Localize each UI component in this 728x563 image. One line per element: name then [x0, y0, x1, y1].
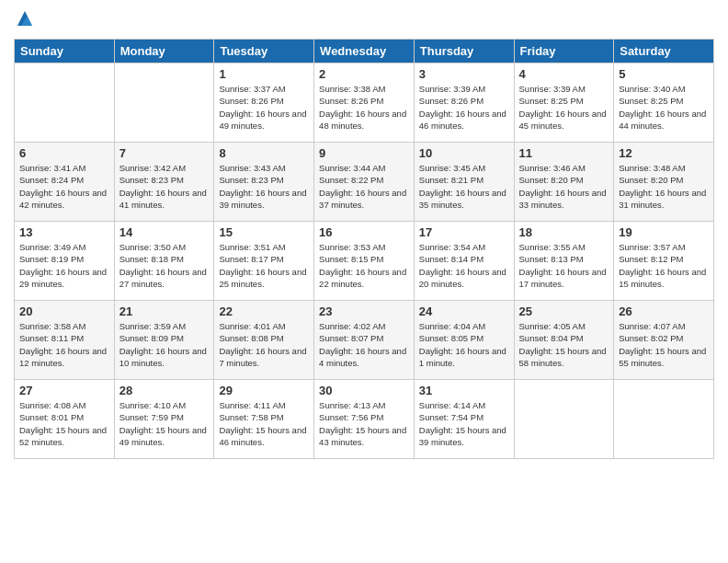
day-cell: 25Sunrise: 4:05 AMSunset: 8:04 PMDayligh…	[514, 301, 614, 380]
weekday-header-row: SundayMondayTuesdayWednesdayThursdayFrid…	[15, 40, 714, 63]
day-info: Sunrise: 3:59 AMSunset: 8:09 PMDaylight:…	[119, 320, 210, 369]
week-row-1: 1Sunrise: 3:37 AMSunset: 8:26 PMDaylight…	[15, 63, 714, 143]
day-number: 25	[519, 304, 609, 318]
day-cell: 1Sunrise: 3:37 AMSunset: 8:26 PMDaylight…	[214, 63, 314, 143]
day-cell: 5Sunrise: 3:40 AMSunset: 8:25 PMDaylight…	[614, 63, 714, 143]
day-number: 18	[519, 225, 609, 239]
day-number: 10	[419, 146, 509, 160]
day-number: 13	[19, 225, 109, 239]
day-info: Sunrise: 4:02 AMSunset: 8:07 PMDaylight:…	[319, 320, 409, 369]
day-number: 7	[119, 146, 210, 160]
day-number: 9	[319, 146, 409, 160]
day-number: 26	[619, 304, 709, 318]
day-info: Sunrise: 3:42 AMSunset: 8:23 PMDaylight:…	[119, 162, 210, 211]
day-cell: 31Sunrise: 4:14 AMSunset: 7:54 PMDayligh…	[414, 380, 514, 459]
day-number: 16	[319, 225, 409, 239]
day-cell: 29Sunrise: 4:11 AMSunset: 7:58 PMDayligh…	[214, 380, 314, 459]
logo	[14, 9, 38, 31]
day-info: Sunrise: 4:11 AMSunset: 7:58 PMDaylight:…	[219, 399, 309, 448]
day-cell: 21Sunrise: 3:59 AMSunset: 8:09 PMDayligh…	[114, 301, 214, 380]
day-info: Sunrise: 4:14 AMSunset: 7:54 PMDaylight:…	[419, 399, 509, 448]
day-cell: 14Sunrise: 3:50 AMSunset: 8:18 PMDayligh…	[114, 222, 214, 301]
day-cell: 30Sunrise: 4:13 AMSunset: 7:56 PMDayligh…	[314, 380, 415, 459]
day-info: Sunrise: 3:45 AMSunset: 8:21 PMDaylight:…	[419, 162, 509, 211]
day-cell: 24Sunrise: 4:04 AMSunset: 8:05 PMDayligh…	[414, 301, 514, 380]
day-cell: 27Sunrise: 4:08 AMSunset: 8:01 PMDayligh…	[15, 380, 115, 459]
day-info: Sunrise: 3:48 AMSunset: 8:20 PMDaylight:…	[619, 162, 709, 211]
day-cell	[15, 63, 115, 143]
day-number: 14	[119, 225, 210, 239]
day-info: Sunrise: 3:39 AMSunset: 8:25 PMDaylight:…	[519, 83, 609, 132]
week-row-3: 13Sunrise: 3:49 AMSunset: 8:19 PMDayligh…	[15, 222, 714, 301]
day-cell: 20Sunrise: 3:58 AMSunset: 8:11 PMDayligh…	[15, 301, 115, 380]
day-number: 27	[19, 384, 109, 397]
page: SundayMondayTuesdayWednesdayThursdayFrid…	[0, 0, 728, 563]
weekday-header-thursday: Thursday	[414, 40, 514, 63]
week-row-4: 20Sunrise: 3:58 AMSunset: 8:11 PMDayligh…	[15, 301, 714, 380]
day-info: Sunrise: 3:43 AMSunset: 8:23 PMDaylight:…	[219, 162, 309, 211]
day-number: 29	[219, 384, 309, 397]
day-cell: 12Sunrise: 3:48 AMSunset: 8:20 PMDayligh…	[614, 143, 714, 222]
day-number: 24	[419, 304, 509, 318]
day-number: 17	[419, 225, 509, 239]
day-info: Sunrise: 3:58 AMSunset: 8:11 PMDaylight:…	[19, 320, 109, 369]
day-info: Sunrise: 3:53 AMSunset: 8:15 PMDaylight:…	[319, 241, 409, 290]
day-number: 8	[219, 146, 309, 160]
day-number: 31	[419, 384, 509, 397]
day-number: 28	[119, 384, 210, 397]
day-number: 30	[319, 384, 409, 397]
day-cell: 19Sunrise: 3:57 AMSunset: 8:12 PMDayligh…	[614, 222, 714, 301]
day-number: 5	[619, 67, 709, 81]
weekday-header-wednesday: Wednesday	[314, 40, 415, 63]
day-number: 4	[519, 67, 609, 81]
header	[14, 9, 714, 31]
day-info: Sunrise: 3:46 AMSunset: 8:20 PMDaylight:…	[519, 162, 609, 211]
week-row-2: 6Sunrise: 3:41 AMSunset: 8:24 PMDaylight…	[15, 143, 714, 222]
day-cell: 7Sunrise: 3:42 AMSunset: 8:23 PMDaylight…	[114, 143, 214, 222]
day-number: 15	[219, 225, 309, 239]
day-info: Sunrise: 4:05 AMSunset: 8:04 PMDaylight:…	[519, 320, 609, 369]
day-number: 1	[219, 67, 309, 81]
day-info: Sunrise: 3:44 AMSunset: 8:22 PMDaylight:…	[319, 162, 409, 211]
day-info: Sunrise: 4:07 AMSunset: 8:02 PMDaylight:…	[619, 320, 709, 369]
day-number: 23	[319, 304, 409, 318]
day-info: Sunrise: 4:01 AMSunset: 8:08 PMDaylight:…	[219, 320, 309, 369]
day-info: Sunrise: 4:13 AMSunset: 7:56 PMDaylight:…	[319, 399, 409, 448]
day-info: Sunrise: 3:57 AMSunset: 8:12 PMDaylight:…	[619, 241, 709, 290]
day-info: Sunrise: 4:08 AMSunset: 8:01 PMDaylight:…	[19, 399, 109, 448]
weekday-header-friday: Friday	[514, 40, 614, 63]
day-cell: 28Sunrise: 4:10 AMSunset: 7:59 PMDayligh…	[114, 380, 214, 459]
day-cell: 9Sunrise: 3:44 AMSunset: 8:22 PMDaylight…	[314, 143, 415, 222]
day-cell	[114, 63, 214, 143]
day-info: Sunrise: 3:51 AMSunset: 8:17 PMDaylight:…	[219, 241, 309, 290]
day-info: Sunrise: 3:49 AMSunset: 8:19 PMDaylight:…	[19, 241, 109, 290]
day-cell: 18Sunrise: 3:55 AMSunset: 8:13 PMDayligh…	[514, 222, 614, 301]
day-cell: 16Sunrise: 3:53 AMSunset: 8:15 PMDayligh…	[314, 222, 415, 301]
day-cell: 23Sunrise: 4:02 AMSunset: 8:07 PMDayligh…	[314, 301, 415, 380]
day-info: Sunrise: 4:10 AMSunset: 7:59 PMDaylight:…	[119, 399, 210, 448]
week-row-5: 27Sunrise: 4:08 AMSunset: 8:01 PMDayligh…	[15, 380, 714, 459]
day-number: 20	[19, 304, 109, 318]
day-cell: 11Sunrise: 3:46 AMSunset: 8:20 PMDayligh…	[514, 143, 614, 222]
logo-icon	[14, 9, 36, 31]
day-number: 3	[419, 67, 509, 81]
day-cell: 26Sunrise: 4:07 AMSunset: 8:02 PMDayligh…	[614, 301, 714, 380]
day-number: 21	[119, 304, 210, 318]
day-info: Sunrise: 3:55 AMSunset: 8:13 PMDaylight:…	[519, 241, 609, 290]
day-cell: 17Sunrise: 3:54 AMSunset: 8:14 PMDayligh…	[414, 222, 514, 301]
calendar: SundayMondayTuesdayWednesdayThursdayFrid…	[14, 39, 714, 459]
day-cell: 4Sunrise: 3:39 AMSunset: 8:25 PMDaylight…	[514, 63, 614, 143]
weekday-header-saturday: Saturday	[614, 40, 714, 63]
weekday-header-sunday: Sunday	[15, 40, 115, 63]
day-number: 11	[519, 146, 609, 160]
day-info: Sunrise: 3:37 AMSunset: 8:26 PMDaylight:…	[219, 83, 309, 132]
day-info: Sunrise: 4:04 AMSunset: 8:05 PMDaylight:…	[419, 320, 509, 369]
day-cell: 15Sunrise: 3:51 AMSunset: 8:17 PMDayligh…	[214, 222, 314, 301]
day-number: 2	[319, 67, 409, 81]
day-cell: 2Sunrise: 3:38 AMSunset: 8:26 PMDaylight…	[314, 63, 415, 143]
weekday-header-tuesday: Tuesday	[214, 40, 314, 63]
day-info: Sunrise: 3:50 AMSunset: 8:18 PMDaylight:…	[119, 241, 210, 290]
day-cell: 22Sunrise: 4:01 AMSunset: 8:08 PMDayligh…	[214, 301, 314, 380]
day-cell: 13Sunrise: 3:49 AMSunset: 8:19 PMDayligh…	[15, 222, 115, 301]
day-info: Sunrise: 3:54 AMSunset: 8:14 PMDaylight:…	[419, 241, 509, 290]
